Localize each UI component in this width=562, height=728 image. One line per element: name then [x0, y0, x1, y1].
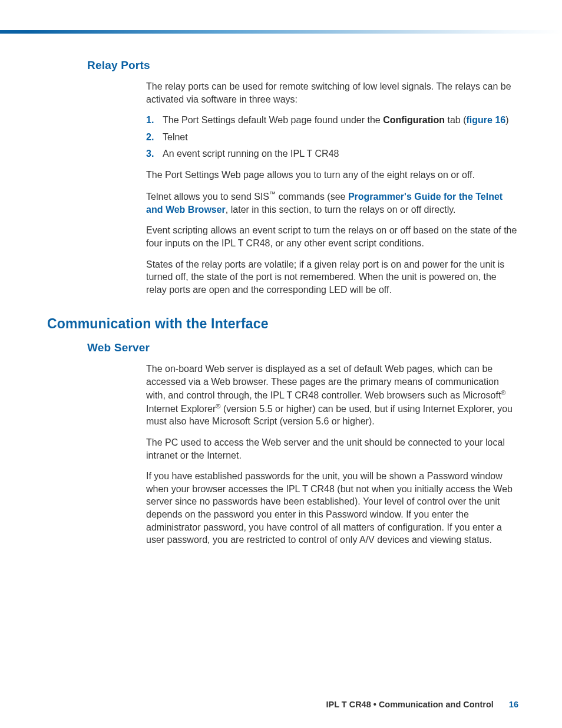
figure-16-link[interactable]: figure 16 — [467, 115, 506, 125]
registered-symbol: ® — [216, 403, 220, 410]
text: tab ( — [445, 115, 466, 125]
relay-body: The relay ports can be used for remote s… — [146, 80, 518, 296]
relay-intro: The relay ports can be used for remote s… — [146, 80, 518, 106]
relay-p4: Event scripting allows an event script t… — [146, 224, 518, 249]
relay-p3: Telnet allows you to send SIS™ commands … — [146, 190, 518, 216]
text: Telnet allows you to send SIS — [146, 192, 269, 202]
page-footer: IPL T CR48 • Communication and Control 1… — [0, 700, 518, 709]
registered-symbol: ® — [501, 389, 505, 396]
footer-title: IPL T CR48 • Communication and Control — [326, 700, 493, 709]
heading-relay-ports: Relay Ports — [87, 59, 518, 72]
web-p2: The PC used to access the Web server and… — [146, 436, 518, 462]
relay-p5: States of the relay ports are volatile; … — [146, 258, 518, 297]
list-item: 3. An event script running on the IPL T … — [146, 147, 518, 160]
list-number: 1. — [146, 114, 163, 127]
footer-page-number: 16 — [509, 700, 518, 709]
page-content: Relay Ports The relay ports can be used … — [47, 59, 518, 555]
heading-web-server: Web Server — [87, 341, 518, 354]
list-item: 1. The Port Settings default Web page fo… — [146, 114, 518, 127]
bold-configuration: Configuration — [383, 115, 445, 125]
trademark-symbol: ™ — [269, 190, 276, 197]
header-stripe — [0, 30, 562, 34]
list-text: An event script running on the IPL T CR4… — [163, 147, 339, 160]
webserver-body: The on-board Web server is displayed as … — [146, 363, 518, 546]
heading-communication: Communication with the Interface — [47, 316, 518, 332]
text: The on-board Web server is displayed as … — [146, 364, 501, 400]
text: , later in this section, to turn the rel… — [226, 205, 456, 215]
list-item: 2. Telnet — [146, 131, 518, 144]
web-p3: If you have established passwords for th… — [146, 470, 518, 546]
text: commands (see — [276, 192, 348, 202]
list-number: 2. — [146, 131, 163, 144]
list-text: Telnet — [163, 131, 188, 144]
relay-p2: The Port Settings Web page allows you to… — [146, 169, 518, 182]
text: The Port Settings default Web page found… — [163, 115, 383, 125]
relay-list: 1. The Port Settings default Web page fo… — [146, 114, 518, 160]
web-p1: The on-board Web server is displayed as … — [146, 363, 518, 428]
list-number: 3. — [146, 147, 163, 160]
text: Internet Explorer — [146, 404, 216, 414]
list-text: The Port Settings default Web page found… — [163, 114, 509, 127]
text: ) — [505, 115, 508, 125]
